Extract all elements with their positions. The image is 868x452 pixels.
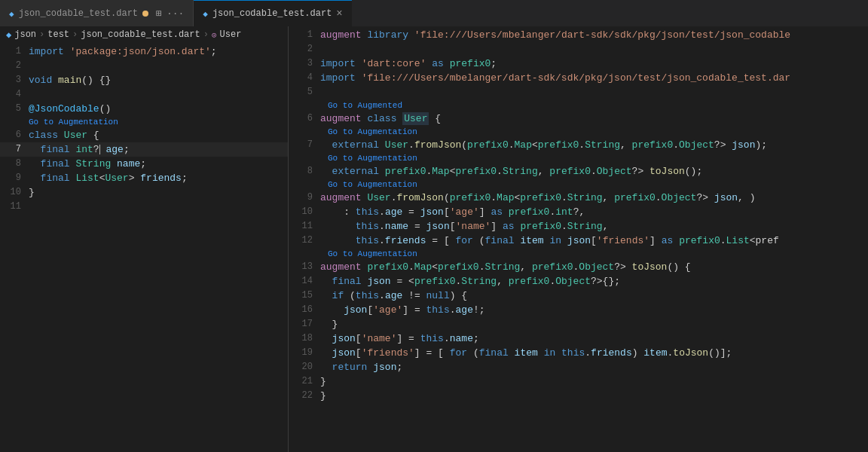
goto-aug-label-5: Go to Augmentation [29,118,118,127]
right-line-10: 10 : this.age = json['age'] as prefix0.i… [289,205,868,219]
line-content-8: final String name; [27,157,288,171]
right-line-2: 2 [289,42,868,56]
right-line-content-5 [320,85,868,99]
breadcrumb-user[interactable]: User [220,29,242,40]
right-line-num-20: 20 [289,360,320,374]
code-line-1: 1 import 'package:json/json.dart'; [0,44,288,59]
right-line-content-8: external prefix0.Map<prefix0.String, pre… [320,164,868,179]
goto-augmentation-5[interactable]: Go to Augmentation [0,116,288,128]
code-line-8: 8 final String name; [0,157,288,171]
code-line-11: 11 [0,200,288,214]
right-line-content-18: json['name'] = this.name; [320,331,868,346]
code-line-6: 6 class User { [0,128,288,142]
right-line-num-19: 19 [289,346,320,360]
code-line-5: 5 @JsonCodable() [0,102,288,116]
right-line-num-10: 10 [289,205,320,219]
main-content: ◆ json › test › json_codable_test.dart ›… [0,26,868,452]
right-line-num-11: 11 [289,219,320,234]
line-num-1: 1 [0,44,27,59]
goto-augmented-label-6: Go to Augmented [328,101,402,110]
breadcrumb-file[interactable]: json_codable_test.dart [81,29,200,40]
right-line-num-15: 15 [289,289,320,303]
dart-file-icon: ◆ [6,29,11,41]
breadcrumb-json[interactable]: json [14,29,36,40]
right-line-num-4: 4 [289,71,320,85]
right-line-content-2 [320,42,868,56]
right-line-num-13: 13 [289,260,320,274]
goto-aug-label-r8: Go to Augmentation [328,180,417,189]
dart-icon-right: ◆ [203,9,208,19]
breadcrumb-symbol-icon: ⊙ [212,30,217,40]
right-line-num-9: 9 [289,191,320,205]
right-line-content-21: } [320,374,868,389]
right-line-content-20: return json; [320,360,868,374]
left-code-area: 1 import 'package:json/json.dart'; 2 3 v… [0,43,288,452]
right-line-num-16: 16 [289,303,320,317]
right-tab-active[interactable]: ◆ json_codable_test.dart × [194,0,351,26]
dart-icon-left: ◆ [9,9,14,19]
modified-dot [142,11,148,17]
right-line-11: 11 this.name = json['name'] as prefix0.S… [289,219,868,234]
breadcrumb-sep2: › [72,29,78,40]
right-line-content-1: augment library 'file:///Users/mbelanger… [320,28,868,42]
right-line-content-4: import 'file:///Users/mbelanger/dart-sdk… [320,71,868,85]
right-line-8: 8 external prefix0.Map<prefix0.String, p… [289,164,868,179]
code-line-4: 4 [0,87,288,102]
line-content-7: final int? age; [27,142,288,157]
right-line-num-2: 2 [289,42,320,56]
right-line-content-22: } [320,389,868,403]
breadcrumb-sep3: › [203,29,209,40]
split-icon[interactable]: ⊞ [156,8,162,20]
line-content-6: class User { [27,128,288,142]
right-line-17: 17 } [289,317,868,331]
goto-augmentation-after-7[interactable]: Go to Augmentation [289,152,868,164]
right-tab-filename: json_codable_test.dart [212,8,332,19]
code-line-7: 7 final int? age; [0,142,288,157]
tab-close-button[interactable]: × [336,8,342,20]
line-content-4 [27,87,288,102]
line-num-8: 8 [0,157,27,171]
left-tab-filename: json_codable_test.dart [19,8,138,19]
right-line-num-5: 5 [289,85,320,99]
right-line-content-10: : this.age = json['age'] as prefix0.int?… [320,205,868,219]
goto-augmentation-after-8[interactable]: Go to Augmentation [289,179,868,191]
goto-aug-label-r12: Go to Augmentation [328,249,417,258]
right-line-16: 16 json['age'] = this.age!; [289,303,868,317]
line-content-1: import 'package:json/json.dart'; [27,44,288,59]
goto-augmentation-after-12[interactable]: Go to Augmentation [289,248,868,260]
right-editor-panel: 1 augment library 'file:///Users/mbelang… [289,26,868,452]
right-line-content-12: this.friends = [ for (final item in json… [320,234,868,248]
breadcrumb-test[interactable]: test [47,29,69,40]
right-line-14: 14 final json = <prefix0.String, prefix0… [289,274,868,289]
right-line-content-15: if (this.age != null) { [320,289,868,303]
line-num-6: 6 [0,128,27,142]
right-line-4: 4 import 'file:///Users/mbelanger/dart-s… [289,71,868,85]
code-line-2: 2 [0,59,288,73]
right-line-content-13: augment prefix0.Map<prefix0.String, pref… [320,260,868,274]
code-line-10: 10 } [0,185,288,200]
line-content-9: final List<User> friends; [27,171,288,185]
right-line-22: 22 } [289,389,868,403]
right-line-num-12: 12 [289,234,320,248]
right-line-21: 21 } [289,374,868,389]
right-line-12: 12 this.friends = [ for (final item in j… [289,234,868,248]
line-num-9: 9 [0,171,27,185]
line-num-7: 7 [0,142,27,157]
line-content-2 [27,59,288,73]
right-line-5: 5 [289,85,868,99]
right-line-num-14: 14 [289,274,320,289]
right-line-content-17: } [320,317,868,331]
line-content-11 [27,200,288,214]
line-content-10: } [27,185,288,200]
more-icon[interactable]: ··· [167,8,184,20]
line-num-2: 2 [0,59,27,73]
goto-augmentation-after-6[interactable]: Go to Augmentation [289,126,868,138]
goto-aug-label-r6: Go to Augmentation [328,127,417,136]
goto-aug-label-r7: Go to Augmentation [328,154,417,163]
code-line-3: 3 void main() {} [0,73,288,87]
goto-augmented-before-6[interactable]: Go to Augmented [289,99,868,111]
right-line-20: 20 return json; [289,360,868,374]
left-tab-inactive[interactable]: ◆ json_codable_test.dart ⊞ ··· [0,0,193,26]
right-line-num-8: 8 [289,164,320,179]
right-line-content-16: json['age'] = this.age!; [320,303,868,317]
